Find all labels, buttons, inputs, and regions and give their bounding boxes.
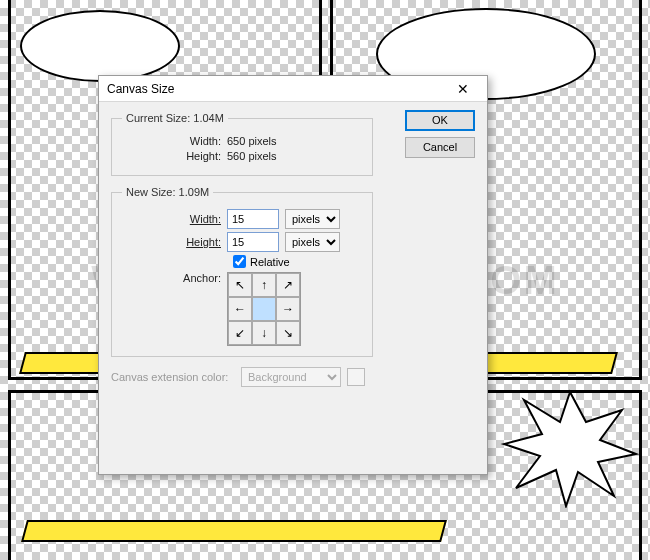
- current-width-label: Width:: [122, 135, 227, 147]
- close-icon: ✕: [457, 82, 469, 96]
- current-width-value: 650 pixels: [227, 135, 277, 147]
- current-size-legend: Current Size:: [126, 112, 190, 124]
- extension-color-label: Canvas extension color:: [111, 371, 241, 383]
- relative-label: Relative: [250, 256, 290, 268]
- caption-box: [21, 520, 447, 542]
- anchor-label: Anchor:: [122, 272, 227, 284]
- new-height-unit-select[interactable]: pixels: [285, 232, 340, 252]
- anchor-se[interactable]: ↘: [276, 321, 300, 345]
- close-button[interactable]: ✕: [443, 78, 483, 100]
- current-height-value: 560 pixels: [227, 150, 277, 162]
- new-size-value: 1.09M: [179, 186, 210, 198]
- new-size-group: New Size: 1.09M Width: pixels Height: pi…: [111, 186, 373, 357]
- anchor-ne[interactable]: ↗: [276, 273, 300, 297]
- anchor-grid: ↖ ↑ ↗ ← → ↙ ↓ ↘: [227, 272, 301, 346]
- extension-color-swatch: [347, 368, 365, 386]
- relative-checkbox[interactable]: [233, 255, 246, 268]
- canvas-size-dialog: Canvas Size ✕ OK Cancel Current Size: 1.…: [98, 75, 488, 475]
- ok-button[interactable]: OK: [405, 110, 475, 131]
- svg-marker-0: [504, 392, 636, 506]
- anchor-center[interactable]: [252, 297, 276, 321]
- cancel-button[interactable]: Cancel: [405, 137, 475, 158]
- new-width-label: Width:: [122, 213, 227, 225]
- dialog-title: Canvas Size: [107, 82, 443, 96]
- titlebar[interactable]: Canvas Size ✕: [99, 76, 487, 102]
- new-width-unit-select[interactable]: pixels: [285, 209, 340, 229]
- anchor-e[interactable]: →: [276, 297, 300, 321]
- speech-bubble: [20, 10, 180, 82]
- anchor-s[interactable]: ↓: [252, 321, 276, 345]
- current-size-value: 1.04M: [193, 112, 224, 124]
- current-height-label: Height:: [122, 150, 227, 162]
- current-size-group: Current Size: 1.04M Width: 650 pixels He…: [111, 112, 373, 176]
- anchor-w[interactable]: ←: [228, 297, 252, 321]
- new-height-input[interactable]: [227, 232, 279, 252]
- new-width-input[interactable]: [227, 209, 279, 229]
- new-height-label: Height:: [122, 236, 227, 248]
- anchor-nw[interactable]: ↖: [228, 273, 252, 297]
- burst-bubble: [500, 388, 640, 508]
- extension-color-select: Background: [241, 367, 341, 387]
- anchor-n[interactable]: ↑: [252, 273, 276, 297]
- anchor-sw[interactable]: ↙: [228, 321, 252, 345]
- new-size-legend: New Size:: [126, 186, 176, 198]
